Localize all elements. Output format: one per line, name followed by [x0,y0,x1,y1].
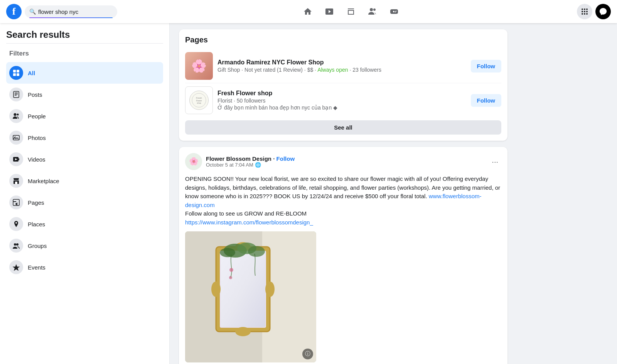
home-nav-button[interactable] [298,2,318,21]
sidebar-item-marketplace[interactable]: Marketplace [6,170,163,192]
page-result-fresh: Fresh Flower shop Fresh Flower shop Flor… [185,83,501,117]
svg-point-60 [248,246,265,257]
people-nav-button[interactable] [362,2,383,21]
sidebar-item-photos-label: Photos [28,135,46,141]
messenger-button[interactable] [595,4,611,19]
follow-button-fresh[interactable]: Follow [471,94,502,107]
sidebar-item-videos-label: Videos [28,156,46,163]
page-name-armando[interactable]: Armando Ramirez NYC Flower Shop [217,59,466,66]
svg-point-14 [586,11,588,12]
sidebar: Search results Filters All [0,23,170,364]
facebook-logo[interactable]: f [6,4,22,19]
svg-point-2 [370,8,373,11]
svg-marker-41 [13,264,20,271]
post-image-svg [185,231,316,362]
places-icon [9,217,23,231]
svg-point-3 [373,8,376,11]
menu-button[interactable] [577,4,592,19]
svg-point-8 [395,12,396,12]
pages-card: Pages 🌸 Armando Ramirez NYC Flower Shop … [179,29,507,141]
svg-point-40 [16,243,19,246]
globe-icon: 🌐 [255,162,261,168]
sidebar-item-photos[interactable]: Photos [6,127,163,148]
svg-point-56 [211,281,221,297]
sidebar-item-posts[interactable]: Posts [6,84,163,105]
svg-text:Fresh: Fresh [196,97,202,99]
nav-center [137,2,565,21]
marketplace-nav-button[interactable] [341,2,361,21]
sidebar-item-pages-label: Pages [28,199,44,206]
svg-point-57 [265,281,275,297]
post-link-2[interactable]: https://www.instagram.com/flowerblossomd… [185,219,313,226]
sidebar-item-events-label: Events [28,264,46,271]
post-timestamp: October 5 at 7:04 AM 🌐 [206,162,485,168]
people-icon [9,109,23,123]
post-follow-link[interactable]: Follow [276,155,295,162]
search-icon: 🔍 [29,8,36,15]
groups-icon [9,239,23,253]
pages-card-title: Pages [185,35,501,44]
svg-point-27 [17,114,19,116]
search-container: 🔍 [25,5,117,18]
svg-point-13 [584,11,585,12]
videos-icon [9,152,23,166]
nav-left: f 🔍 [6,4,137,19]
page-avatar-fresh: Fresh Flower shop [185,86,213,114]
sidebar-item-posts-label: Posts [28,91,42,98]
sidebar-item-pages[interactable]: Pages [6,192,163,213]
always-open-label: Always open [317,67,348,73]
post-body: OPENING SOON!! Your new local florist, w… [185,175,501,227]
sidebar-item-events[interactable]: Events [6,256,163,278]
svg-point-62 [229,268,233,272]
follow-button-armando[interactable]: Follow [471,60,502,72]
search-input[interactable] [38,8,113,15]
sidebar-item-people-label: People [28,113,46,120]
svg-point-26 [14,113,17,116]
post-author-avatar: 🌸 [185,153,202,170]
svg-rect-53 [221,251,265,327]
svg-point-38 [15,222,17,224]
sidebar-divider [6,43,163,44]
svg-point-17 [586,13,588,15]
sidebar-item-groups-label: Groups [28,243,47,249]
svg-rect-19 [17,70,19,72]
post-image [185,231,316,362]
post-header: 🌸 Flower Blossom Design · Follow October… [185,153,501,170]
page-desc-fresh: Ở đây bọn mình bán hoa đẹp hơn nyc của b… [217,104,466,111]
post-image-container: ⓘ [185,231,316,362]
post-author-info: Flower Blossom Design · Follow October 5… [206,155,485,168]
svg-point-39 [14,243,16,246]
post-more-button[interactable]: ··· [489,156,501,168]
page-layout: Search results Filters All [0,23,617,364]
see-all-button[interactable]: See all [185,120,501,135]
sidebar-item-people[interactable]: People [6,105,163,127]
svg-point-7 [396,11,396,12]
gaming-nav-button[interactable] [384,2,404,21]
page-info-fresh: Fresh Flower shop Florist · 50 followers… [217,90,466,111]
svg-rect-20 [13,73,16,76]
sidebar-item-marketplace-label: Marketplace [28,178,59,184]
nav-right [565,4,611,19]
svg-rect-18 [13,70,16,72]
sidebar-item-places[interactable]: Places [6,213,163,235]
page-avatar-armando: 🌸 [185,52,213,80]
svg-point-15 [582,13,583,15]
photos-icon [9,131,23,145]
sidebar-item-all-label: All [28,70,35,76]
svg-rect-21 [17,73,19,76]
filters-label: Filters [6,48,163,59]
posts-icon [9,88,23,101]
page-title: Search results [6,29,163,40]
svg-point-16 [584,13,585,15]
page-info-armando: Armando Ramirez NYC Flower Shop Gift Sho… [217,59,466,73]
sidebar-item-videos[interactable]: Videos [6,148,163,170]
marketplace-icon [9,174,23,188]
pages-icon [9,195,23,209]
page-name-fresh[interactable]: Fresh Flower shop [217,90,466,97]
sidebar-item-all[interactable]: All [6,62,163,84]
video-nav-button[interactable] [319,2,339,21]
svg-point-55 [235,327,251,336]
page-result: 🌸 Armando Ramirez NYC Flower Shop Gift S… [185,49,501,83]
sidebar-item-groups[interactable]: Groups [6,235,163,256]
post-image-info-icon[interactable]: ⓘ [302,349,313,359]
